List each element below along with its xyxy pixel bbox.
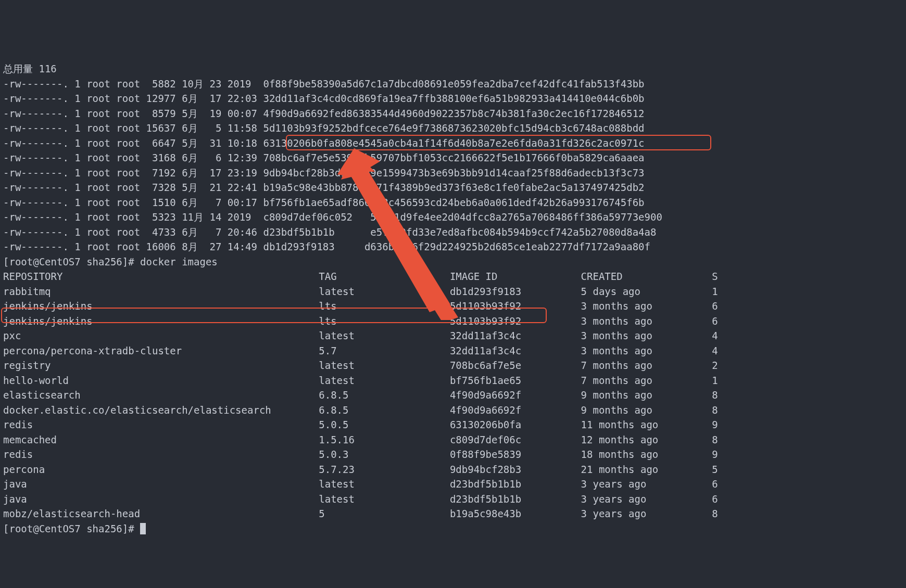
cursor: [140, 523, 146, 534]
terminal-output: 总用量 116 -rw-------. 1 root root 5882 10月…: [3, 61, 903, 536]
